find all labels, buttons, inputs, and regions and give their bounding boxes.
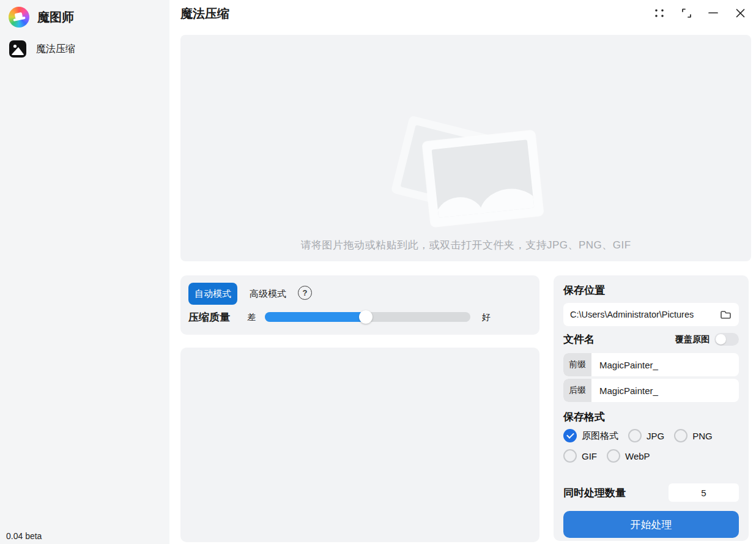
- quality-low-label: 差: [247, 312, 256, 323]
- photo-placeholder-icon: [393, 121, 539, 231]
- quality-label: 压缩质量: [188, 310, 230, 324]
- quality-slider[interactable]: [265, 312, 470, 322]
- app-logo-icon: [9, 7, 29, 28]
- image-dropzone[interactable]: 请将图片拖动或粘贴到此，或双击打开文件夹，支持JPG、PNG、GIF: [180, 35, 751, 261]
- compress-settings-panel: 自动模式 高级模式 ? 压缩质量 差 好: [180, 275, 539, 335]
- format-options: 原图格式 JPG PNG GIF WebP: [563, 429, 739, 463]
- folder-icon[interactable]: [719, 308, 732, 321]
- sidebar-item-magic-compress[interactable]: 魔法压缩: [9, 37, 160, 61]
- quality-slider-fill: [265, 312, 366, 322]
- app-title: 魔图师: [37, 9, 74, 26]
- radio-icon[interactable]: [607, 449, 620, 463]
- fullscreen-icon[interactable]: [680, 6, 693, 20]
- format-option-jpg[interactable]: JPG: [628, 429, 664, 442]
- prefix-input[interactable]: [591, 353, 739, 376]
- start-processing-button[interactable]: 开始处理: [563, 511, 739, 538]
- task-list-panel: [180, 348, 539, 542]
- auto-mode-button[interactable]: 自动模式: [188, 283, 237, 305]
- suffix-input[interactable]: [591, 379, 739, 402]
- radio-icon[interactable]: [674, 429, 687, 442]
- save-format-label: 保存格式: [563, 410, 739, 424]
- format-option-gif[interactable]: GIF: [563, 449, 597, 463]
- quality-slider-knob[interactable]: [359, 310, 372, 324]
- suffix-row: 后缀: [563, 379, 739, 402]
- overwrite-row: 覆盖原图: [675, 333, 739, 346]
- overwrite-label: 覆盖原图: [675, 334, 710, 345]
- dots-grid-icon[interactable]: [653, 6, 666, 20]
- quality-high-label: 好: [482, 312, 491, 323]
- sidebar: 魔图师 魔法压缩 0.04 beta: [0, 0, 169, 544]
- filename-label: 文件名: [563, 332, 595, 346]
- format-option-original[interactable]: 原图格式: [563, 429, 618, 442]
- radio-checked-icon[interactable]: [563, 429, 577, 442]
- window-controls: [653, 6, 747, 20]
- format-option-webp[interactable]: WebP: [607, 449, 650, 463]
- radio-icon[interactable]: [628, 429, 642, 442]
- help-icon[interactable]: ?: [298, 286, 312, 300]
- sidebar-item-label: 魔法压缩: [36, 43, 75, 56]
- save-location-box: [563, 303, 739, 326]
- prefix-row: 前缀: [563, 353, 739, 376]
- prefix-tag: 前缀: [563, 353, 591, 376]
- concurrency-input[interactable]: [669, 483, 739, 502]
- magic-hat-icon: [12, 12, 26, 23]
- page-title: 魔法压缩: [180, 6, 229, 22]
- radio-icon[interactable]: [563, 449, 577, 463]
- format-option-png[interactable]: PNG: [674, 429, 713, 442]
- concurrency-label: 同时处理数量: [563, 486, 626, 500]
- advanced-mode-tab[interactable]: 高级模式: [250, 288, 286, 300]
- save-location-label: 保存位置: [563, 283, 739, 297]
- version-label: 0.04 beta: [6, 531, 42, 541]
- app-window: 魔图师 魔法压缩 0.04 beta 魔法压缩: [0, 0, 756, 544]
- save-location-input[interactable]: [570, 310, 719, 319]
- image-icon: [9, 40, 27, 58]
- close-icon[interactable]: [733, 6, 747, 20]
- dropzone-hint: 请将图片拖动或粘贴到此，或双击打开文件夹，支持JPG、PNG、GIF: [180, 238, 751, 252]
- minimize-icon[interactable]: [706, 6, 720, 20]
- suffix-tag: 后缀: [563, 379, 591, 402]
- save-settings-panel: 保存位置 文件名 覆盖原图 前缀 后缀 保存格式 原图格式: [554, 275, 749, 541]
- overwrite-toggle[interactable]: [714, 333, 739, 346]
- concurrency-row: 同时处理数量: [563, 483, 739, 502]
- app-logo-row: 魔图师: [9, 7, 74, 28]
